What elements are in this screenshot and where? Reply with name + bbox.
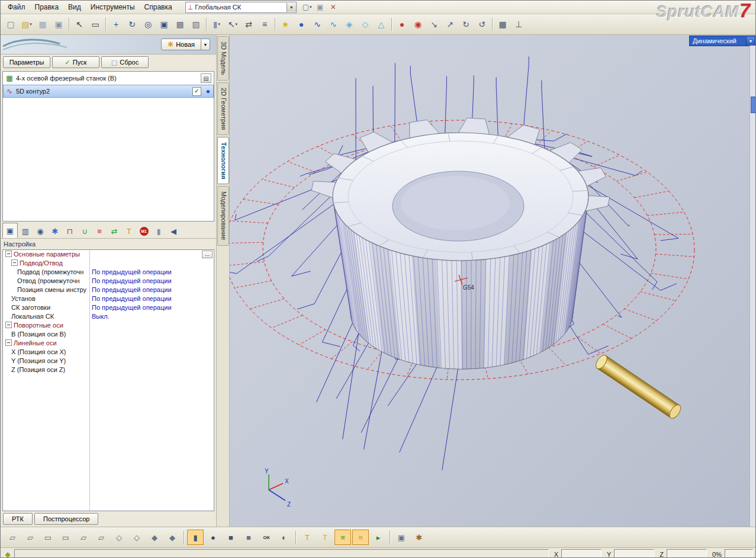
run-button[interactable]: ✓Пуск <box>52 56 99 68</box>
grid-icon[interactable]: ▦ <box>495 17 510 32</box>
reset-button[interactable]: ▢Сброс <box>101 56 149 68</box>
stock-profile-icon[interactable]: ▭ <box>40 530 56 545</box>
param-row[interactable]: Y (Позиция оси Y) <box>3 357 214 365</box>
menu-инструменты[interactable]: Инструменты <box>86 2 140 12</box>
node-red-icon[interactable]: ● <box>394 17 410 32</box>
parameters-button[interactable]: Параметры <box>3 56 50 68</box>
tab-3d-модель[interactable]: 3D Модель <box>217 36 229 81</box>
workpiece-mode-icon-dropdown[interactable]: ▾ <box>218 22 221 27</box>
stock-wire-box2-icon[interactable]: ◇ <box>128 530 145 545</box>
new-project-icon[interactable]: ▢▾ <box>301 2 313 12</box>
sim-result-ok-icon[interactable]: ОК <box>258 530 275 545</box>
print-icon[interactable]: ▣ <box>51 17 66 32</box>
tab-моделирование[interactable]: Моделирование <box>217 186 229 245</box>
tab-2d-геометрия[interactable]: 2D Геометрия <box>217 82 229 135</box>
snap-move2-icon[interactable]: ↗ <box>442 17 458 32</box>
viewport-scrollbar[interactable] <box>749 46 755 527</box>
stock-profile2-icon[interactable]: ▭ <box>57 530 74 545</box>
cs-combo-arrow-icon[interactable]: ▼ <box>287 3 296 12</box>
link-tab-icon[interactable]: ⇄ <box>107 224 121 238</box>
node-red2-icon[interactable]: ◉ <box>410 17 426 32</box>
param-value[interactable]: По предыдущей операции <box>89 286 214 294</box>
zoom-window-icon[interactable]: ▣ <box>156 17 172 32</box>
operation-tree-row[interactable]: ∿ 5D контур2 ✓ ● <box>3 85 214 98</box>
postprocessor-button[interactable]: Постпроцессор <box>34 513 98 525</box>
operation-checkbox[interactable]: ✓ <box>192 87 201 96</box>
rtk-button[interactable]: РТК <box>3 513 33 525</box>
param-value[interactable]: Выкл. <box>89 312 214 321</box>
sim-compare-icon[interactable]: ◐ <box>276 530 292 545</box>
approach-tab-icon[interactable]: ⊓ <box>63 224 77 238</box>
machine-tree-row[interactable]: ▦ 4-х осевой фрезерный станок (B) ▤ <box>3 72 214 85</box>
collapse-icon[interactable] <box>5 251 12 257</box>
zoom-icon[interactable]: ◎ <box>140 17 156 32</box>
pick-filter-icon-dropdown[interactable]: ▾ <box>236 22 238 27</box>
calc-table-icon[interactable]: ≡ <box>257 17 272 32</box>
tool-only-icon[interactable]: T <box>317 530 333 545</box>
pan-view-icon[interactable]: + <box>108 17 124 32</box>
snapshot-icon[interactable]: ▩ <box>172 17 188 32</box>
render-settings-icon[interactable]: ▨ <box>188 17 204 32</box>
param-row[interactable]: Z (Позиция оси Z) <box>3 365 214 374</box>
workpiece-mode-icon[interactable]: ▮▾ <box>209 17 224 32</box>
collapse-icon[interactable] <box>5 322 12 328</box>
surface-icon[interactable]: ◈ <box>342 17 357 32</box>
new-file-icon[interactable]: ▢ <box>3 17 18 32</box>
param-row[interactable]: X (Позиция оси X) <box>3 348 214 357</box>
strategy-tab-icon[interactable]: ◉ <box>33 224 47 238</box>
sim-part-icon[interactable]: ● <box>205 530 221 545</box>
new-project-icon-dropdown[interactable]: ▾ <box>310 5 312 9</box>
setup-tab-icon[interactable]: ▣ <box>2 223 18 238</box>
rotate-ccw-icon[interactable]: ↺ <box>474 17 490 32</box>
snap-move-icon[interactable]: ↘ <box>426 17 442 32</box>
param-row[interactable]: Отвод (промежуточнПо предыдущей операции <box>3 277 214 286</box>
measure-icon[interactable]: ⊥ <box>511 17 526 32</box>
param-row[interactable]: УстановПо предыдущей операции <box>3 294 214 303</box>
transform-icon[interactable]: ⇄ <box>241 17 256 32</box>
open-import-icon[interactable]: ▤▾ <box>19 17 34 32</box>
machine-head-icon[interactable]: ▣ <box>393 530 410 545</box>
new-operation-dropdown[interactable]: ▼ <box>201 39 210 50</box>
param-value[interactable]: По предыдущей операции <box>89 303 214 312</box>
collapse-icon[interactable] <box>11 259 18 266</box>
guard-tab-icon[interactable]: ∪ <box>78 224 92 238</box>
job-assignment-tab-icon[interactable]: ▥ <box>18 224 33 238</box>
holders-tab-icon[interactable]: ▮ <box>152 224 166 238</box>
tool-tab-icon[interactable]: Т <box>122 224 136 238</box>
setup-tools-icon[interactable]: ✱ <box>411 530 427 545</box>
param-row[interactable]: СК заготовкиПо предыдущей операции <box>3 303 214 312</box>
stock-sheet2-icon[interactable]: ▱ <box>93 530 110 545</box>
export-project-icon[interactable]: ▣ <box>314 2 326 12</box>
select-cursor-icon[interactable]: ↖ <box>72 17 87 32</box>
rotate-cw-icon[interactable]: ↻ <box>458 17 474 32</box>
viewport-3d-scene[interactable]: G54YXZ <box>230 35 755 527</box>
menu-правка[interactable]: Правка <box>30 2 64 12</box>
new-operation-button[interactable]: ✱ Новая <box>161 39 201 50</box>
menu-справка[interactable]: Справка <box>140 2 177 12</box>
toolpath-visible-icon[interactable]: ≡ <box>334 530 351 545</box>
tool-with-holder-icon[interactable]: T <box>299 530 316 545</box>
param-row[interactable]: Поворотные оси <box>3 321 214 330</box>
stock-plane-icon[interactable]: ▱ <box>4 530 21 545</box>
view-mode-combo[interactable]: Динамический ▼ <box>689 36 755 46</box>
machine-notes-button[interactable]: ▤ <box>201 73 211 83</box>
menu-файл[interactable]: Файл <box>3 2 30 12</box>
viewport-scrollbar-thumb[interactable] <box>751 97 755 113</box>
toolpath-points-icon[interactable]: ≡ <box>352 530 369 545</box>
param-row[interactable]: Линейные оси <box>3 339 214 348</box>
stock-sheet-icon[interactable]: ▱ <box>75 530 92 545</box>
delete-icon[interactable]: ✕ <box>327 2 339 12</box>
param-row[interactable]: Подвод/Отвод <box>3 259 214 268</box>
param-row[interactable]: Локальная СКВыкл. <box>3 312 214 321</box>
options-tab-icon[interactable]: ✱ <box>48 224 62 238</box>
param-value[interactable]: По предыдущей операции <box>89 268 214 277</box>
more-options-button[interactable]: ... <box>202 251 213 258</box>
operation-tree-icon[interactable]: ▸ <box>370 530 387 545</box>
param-row[interactable]: Позиция смены инструПо предыдущей операц… <box>3 286 214 294</box>
grid-column-divider[interactable] <box>89 250 90 511</box>
menu-вид[interactable]: Вид <box>63 2 86 12</box>
output-tab-icon[interactable]: ◀ <box>166 224 181 238</box>
param-value[interactable]: По предыдущей операции <box>89 294 214 303</box>
mesh-icon[interactable]: △ <box>374 17 389 32</box>
rotate-view-icon[interactable]: ↻ <box>124 17 140 32</box>
